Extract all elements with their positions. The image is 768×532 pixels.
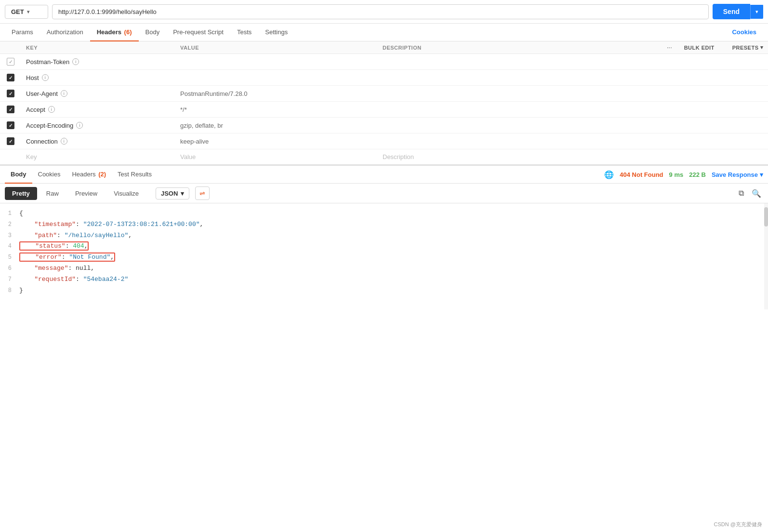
headers-table: KEY VALUE DESCRIPTION ··· Bulk Edit Pres… <box>0 41 768 164</box>
scrollbar-track[interactable] <box>764 203 768 309</box>
value-cell-4[interactable]: gzip, deflate, br <box>175 118 378 133</box>
method-select[interactable]: GET ▾ <box>5 5 48 19</box>
extra2-cell-4 <box>679 118 728 133</box>
json-value-6: "54ebaa24-2" <box>83 276 129 283</box>
request-tabs: Params Authorization Headers (6) Body Pr… <box>0 24 768 41</box>
checkbox-5[interactable] <box>7 137 14 145</box>
checkbox-cell-0[interactable] <box>0 54 21 70</box>
desc-cell-4[interactable] <box>378 118 660 133</box>
desc-cell-1[interactable] <box>378 70 660 86</box>
code-tab-raw[interactable]: Raw <box>39 187 66 200</box>
checkbox-cell-3[interactable] <box>0 102 21 118</box>
json-value-3: 404 <box>73 242 84 250</box>
key-label-3: Accept <box>26 106 45 113</box>
tab-authorization[interactable]: Authorization <box>40 24 90 41</box>
copy-button[interactable]: ⧉ <box>737 187 746 200</box>
key-cell-3[interactable]: Accept i <box>21 102 175 118</box>
tab-cookies[interactable]: Cookies <box>725 24 763 41</box>
json-value-5: null <box>76 265 91 272</box>
extra1-cell-1 <box>660 70 679 86</box>
key-label-5: Connection <box>26 138 58 145</box>
line-number-0: 1 <box>0 209 19 218</box>
value-cell-2[interactable]: PostmanRuntime/7.28.0 <box>175 86 378 102</box>
key-cell-1[interactable]: Host i <box>21 70 175 86</box>
code-tab-pretty[interactable]: Pretty <box>5 187 37 200</box>
highlighted-line-4: "error": "Not Found", <box>19 253 115 262</box>
checkbox-2[interactable] <box>7 90 14 97</box>
search-button[interactable]: 🔍 <box>750 187 763 200</box>
headers-section: KEY VALUE DESCRIPTION ··· Bulk Edit Pres… <box>0 41 768 165</box>
send-dropdown-button[interactable]: ▾ <box>750 5 763 19</box>
desc-cell-5[interactable] <box>378 133 660 149</box>
send-button[interactable]: Send <box>713 4 750 19</box>
url-input[interactable] <box>52 4 709 19</box>
code-area: 1 { 2 "timestamp": "2022-07-13T23:08:21.… <box>0 203 768 309</box>
code-tab-visualize[interactable]: Visualize <box>106 187 146 200</box>
table-row: Postman-Token i <box>0 54 768 70</box>
brace-close: } <box>19 287 23 294</box>
th-bulk-edit[interactable]: Bulk Edit <box>679 41 728 54</box>
code-line: 7 "requestId": "54ebaa24-2" <box>0 274 768 285</box>
info-icon-5[interactable]: i <box>61 138 67 145</box>
info-icon-4[interactable]: i <box>76 122 83 129</box>
line-number-2: 3 <box>0 231 19 240</box>
tab-prerequest[interactable]: Pre-request Script <box>166 24 230 41</box>
extra1-cell-4 <box>660 118 679 133</box>
response-tab-headers[interactable]: Headers (2) <box>66 166 112 184</box>
response-tab-cookies[interactable]: Cookies <box>32 166 66 184</box>
wrap-button[interactable]: ⇌ <box>195 186 210 200</box>
value-cell-0[interactable] <box>175 54 378 70</box>
desc-placeholder: Description <box>383 153 414 160</box>
tab-body[interactable]: Body <box>139 24 167 41</box>
info-icon-0[interactable]: i <box>72 58 79 65</box>
tab-params[interactable]: Params <box>5 24 40 41</box>
key-cell-2[interactable]: User-Agent i <box>21 86 175 102</box>
format-select[interactable]: JSON ▾ <box>156 187 189 200</box>
checkbox-0[interactable] <box>7 58 14 66</box>
th-presets[interactable]: Presets ▾ <box>728 41 768 54</box>
desc-cell-3[interactable] <box>378 102 660 118</box>
checkbox-cell-2[interactable] <box>0 86 21 102</box>
code-tab-preview[interactable]: Preview <box>68 187 105 200</box>
tab-tests[interactable]: Tests <box>230 24 258 41</box>
save-response-button[interactable]: Save Response ▾ <box>712 171 763 178</box>
checkbox-3[interactable] <box>7 106 14 113</box>
key-placeholder: Key <box>26 153 37 160</box>
desc-cell-2[interactable] <box>378 86 660 102</box>
extra2-cell-2 <box>679 86 728 102</box>
checkbox-cell-5[interactable] <box>0 133 21 149</box>
tab-headers[interactable]: Headers (6) <box>90 24 139 41</box>
key-label-0: Postman-Token <box>26 58 69 66</box>
checkbox-cell-4[interactable] <box>0 118 21 133</box>
info-icon-3[interactable]: i <box>48 106 55 113</box>
info-icon-2[interactable]: i <box>61 90 67 97</box>
value-cell-1[interactable] <box>175 70 378 86</box>
empty-check-cell <box>0 149 21 165</box>
key-label-1: Host <box>26 74 39 81</box>
extra1-cell-3 <box>660 102 679 118</box>
response-tab-body[interactable]: Body <box>5 166 32 184</box>
response-tab-test-results[interactable]: Test Results <box>112 166 158 184</box>
key-cell-4[interactable]: Accept-Encoding i <box>21 118 175 133</box>
json-key-1: "timestamp" <box>34 221 76 228</box>
tab-settings[interactable]: Settings <box>258 24 294 41</box>
empty-value-cell[interactable]: Value <box>175 149 378 165</box>
checkbox-1[interactable] <box>7 74 14 81</box>
info-icon-1[interactable]: i <box>42 74 49 81</box>
table-row-empty: Key Value Description <box>0 149 768 165</box>
table-row: Host i <box>0 70 768 86</box>
json-key-2: "path" <box>34 232 57 239</box>
desc-cell-0[interactable] <box>378 54 660 70</box>
value-cell-5[interactable]: keep-alive <box>175 133 378 149</box>
value-cell-3[interactable]: */* <box>175 102 378 118</box>
key-cell-0[interactable]: Postman-Token i <box>21 54 175 70</box>
th-description: DESCRIPTION <box>378 41 660 54</box>
key-cell-5[interactable]: Connection i <box>21 133 175 149</box>
checkbox-4[interactable] <box>7 121 14 129</box>
empty-desc-cell[interactable]: Description <box>378 149 660 165</box>
empty-key-cell[interactable]: Key <box>21 149 175 165</box>
scrollbar-thumb[interactable] <box>764 207 768 226</box>
line-number-1: 2 <box>0 220 19 229</box>
status-badge: 404 Not Found <box>620 171 663 178</box>
checkbox-cell-1[interactable] <box>0 70 21 86</box>
